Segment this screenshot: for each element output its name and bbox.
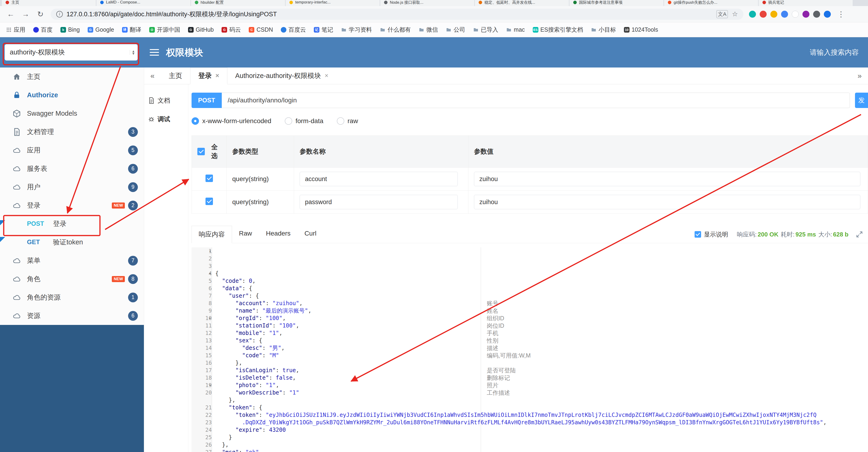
browser-tab[interactable]: LaMD - Compose...	[96, 0, 190, 6]
gutter-line: 12	[191, 329, 212, 337]
bookmark-1024Tools[interactable]: 101024Tools	[624, 26, 658, 33]
extension-icon[interactable]	[760, 11, 767, 18]
sidebar-item-label: 资源	[27, 311, 40, 320]
radio-form-data[interactable]: form-data	[285, 117, 323, 125]
browser-tab[interactable]: Node.js 接口获取...	[380, 0, 474, 6]
sidebar-api-验证token[interactable]: GET验证token	[0, 233, 144, 251]
extension-icon[interactable]	[813, 11, 820, 18]
editor-code[interactable]: { "code": 0, "data": { "user": { "accoun…	[212, 247, 868, 452]
browser-tab[interactable]: hbuilder 配置	[191, 0, 285, 6]
hamburger-icon[interactable]	[150, 49, 159, 56]
doc-tab-登录[interactable]: 登录×	[190, 67, 227, 84]
extension-icon[interactable]	[770, 11, 777, 18]
bookmark-mac[interactable]: mac	[506, 26, 525, 33]
browser-tab[interactable]: 稳定、低延时、高并发在线...	[475, 0, 569, 6]
bookmark-公司[interactable]: 公司	[446, 26, 465, 33]
code-token: "1"	[289, 389, 299, 396]
translate-icon[interactable]: 文A	[716, 10, 728, 18]
response-tab-响应内容[interactable]: 响应内容	[191, 226, 232, 243]
fold-icon[interactable]: ▾	[209, 314, 211, 322]
sidebar-item-资源[interactable]: 资源6	[0, 307, 144, 325]
module-select[interactable]: authority-权限模块 ▴▾	[5, 44, 137, 60]
bookmark-什么都有[interactable]: 什么都有	[380, 26, 411, 33]
send-button[interactable]: 发	[855, 93, 868, 108]
mini-nav-调试[interactable]: 调试	[144, 110, 188, 129]
browser-tab[interactable]: 主页	[2, 0, 96, 6]
sidebar-item-Authorize[interactable]: Authorize	[0, 86, 144, 104]
bookmark-开源中国[interactable]: O开源中国	[149, 26, 180, 33]
bookmark-小目标[interactable]: 小目标	[591, 26, 616, 33]
sidebar-item-角色的资源[interactable]: 角色的资源1	[0, 288, 144, 307]
param-name-input[interactable]: password	[300, 195, 458, 209]
bookmark-学习资料[interactable]: 学习资料	[341, 26, 372, 33]
close-tab-icon[interactable]: ×	[325, 72, 329, 79]
extension-icon[interactable]	[749, 11, 756, 18]
radio-raw[interactable]: raw	[337, 117, 358, 125]
bookmark-应用[interactable]: 应用	[6, 26, 25, 33]
bookmark-笔记[interactable]: 记笔记	[314, 26, 333, 33]
fold-icon[interactable]: ▾	[209, 270, 211, 277]
bookmark-GitHub[interactable]: GGitHub	[188, 26, 214, 33]
close-tab-icon[interactable]: ×	[216, 72, 219, 79]
doc-tab-Authorize-authority-权限模块[interactable]: Authorize-authority-权限模块×	[227, 67, 336, 84]
fold-icon[interactable]: ▾	[209, 247, 211, 255]
bookmark-star-icon[interactable]: ☆	[732, 10, 738, 18]
main-area: « 主页登录×Authorize-authority-权限模块× » 文档调试 …	[144, 67, 868, 452]
sidebar-item-角色[interactable]: 角色NEW8	[0, 270, 144, 288]
select-all-checkbox[interactable]	[197, 148, 205, 155]
sidebar-item-登录[interactable]: 登录NEW2	[0, 196, 144, 215]
search-input[interactable]: 请输入搜索内容	[810, 48, 859, 57]
code-token	[215, 419, 242, 426]
row-checkbox[interactable]	[206, 175, 213, 182]
fullscreen-icon[interactable]	[856, 231, 863, 238]
response-tab-Raw[interactable]: Raw	[232, 226, 259, 243]
sidebar-item-菜单[interactable]: 菜单7	[0, 251, 144, 270]
browser-tab[interactable]: 骑兵笔记	[759, 0, 852, 6]
response-tab-Headers[interactable]: Headers	[259, 226, 298, 243]
doc-tab-主页[interactable]: 主页	[161, 67, 190, 84]
bookmark-已导入[interactable]: 已导入	[473, 26, 498, 33]
collapse-right-icon[interactable]: »	[851, 67, 868, 84]
sidebar-item-主页[interactable]: 主页	[0, 67, 144, 86]
bookmark-微信[interactable]: 微信	[418, 26, 438, 33]
fold-icon[interactable]: ▾	[209, 382, 211, 389]
show-desc-checkbox[interactable]	[694, 231, 701, 238]
bookmark-码云[interactable]: G码云	[221, 26, 241, 33]
bookmark-翻译[interactable]: 译翻译	[122, 26, 141, 33]
browser-tab[interactable]: temporary-interfac...	[286, 0, 380, 6]
radio-x-www-form-urlencoded[interactable]: x-www-form-urlencoded	[191, 117, 271, 125]
browser-tab[interactable]: git操作push失败怎么办...	[664, 0, 758, 6]
bookmark-Google[interactable]: GGoogle	[88, 26, 114, 33]
sidebar-item-label: 文档管理	[27, 127, 54, 137]
bookmark-百度[interactable]: 百度	[33, 26, 53, 33]
bookmark-CSDN[interactable]: CCSDN	[249, 26, 273, 33]
extension-icon[interactable]	[802, 11, 809, 18]
api-path-input[interactable]: /api/authority/anno/login	[222, 93, 850, 108]
param-value-input[interactable]: zuihou	[474, 195, 860, 209]
sidebar-api-登录[interactable]: POST登录	[0, 215, 144, 233]
param-name-input[interactable]: account	[300, 172, 458, 186]
response-tab-Curl[interactable]: Curl	[298, 226, 323, 243]
extension-icon[interactable]	[824, 11, 831, 18]
sidebar-item-用户[interactable]: 用户9	[0, 178, 144, 196]
back-button[interactable]: ←	[6, 10, 16, 19]
collapse-left-icon[interactable]: «	[144, 67, 161, 84]
extension-icon[interactable]	[781, 11, 788, 18]
mini-nav-文档[interactable]: 文档	[144, 91, 188, 110]
row-checkbox[interactable]	[206, 198, 213, 205]
forward-button[interactable]: →	[21, 10, 30, 19]
extension-icon[interactable]	[792, 11, 799, 18]
sidebar-item-服务表[interactable]: 服务表6	[0, 160, 144, 178]
param-value-input[interactable]: zuihou	[474, 172, 860, 186]
sidebar-item-Swagger Models[interactable]: Swagger Models	[0, 104, 144, 123]
sidebar-item-文档管理[interactable]: 文档管理3	[0, 123, 144, 141]
bookmark-ES搜索引擎文档[interactable]: ESES搜索引擎文档	[533, 26, 583, 33]
page-info-icon[interactable]: i	[56, 11, 63, 18]
browser-menu-icon[interactable]: ⋮	[836, 10, 846, 19]
address-bar[interactable]: i 127.0.0.1:8760/api/gate/doc.html#/auth…	[51, 9, 743, 20]
browser-tab[interactable]: 国际城市参考送注意事项	[569, 0, 663, 6]
bookmark-百度云[interactable]: 百度云	[281, 26, 306, 33]
reload-button[interactable]: ↻	[36, 10, 45, 19]
sidebar-item-应用[interactable]: 应用5	[0, 141, 144, 160]
bookmark-Bing[interactable]: bBing	[60, 26, 80, 33]
